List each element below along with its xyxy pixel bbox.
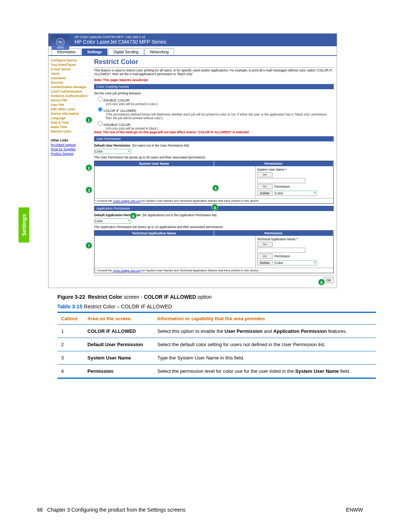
default-user-perm-hint: (for users not in the User Permission li… — [132, 144, 189, 147]
nav-restrict-color[interactable]: Restrict Color — [49, 129, 91, 134]
opt-color-if-allowed: COLOR IF ALLOWED — [104, 109, 137, 113]
radio-disable-color[interactable] — [98, 121, 103, 126]
page-description: This feature is used to restrict color p… — [94, 67, 334, 76]
app-permission-list[interactable] — [94, 236, 256, 267]
section-color-copying: Color Copying Access — [94, 84, 334, 89]
callout-2: 2 — [86, 164, 92, 171]
user-permission-list[interactable] — [94, 166, 256, 198]
screenshot-figure: hp invent HP Color LaserJet CM4730 MFP /… — [48, 33, 337, 288]
nav-other-links-header: Other Links — [49, 138, 91, 143]
opt-color-if-allowed-sub: (The permissions defined below will dete… — [106, 113, 334, 120]
nav-wake-time[interactable]: Wake Time — [49, 125, 91, 129]
nav-hp-instant-support[interactable]: hp instant support — [49, 143, 91, 147]
color-usage-log-link[interactable]: Color Usage Job Log — [113, 199, 141, 203]
side-tab-settings: Settings — [19, 207, 29, 242]
nav-autosend[interactable]: AutoSend — [49, 76, 91, 80]
callout-6: 6 — [130, 213, 137, 219]
opt-disable-color-sub: (All color jobs will be printed in black… — [106, 127, 334, 130]
th-app-name: Technical Application Name — [94, 231, 214, 236]
delete-app-button[interactable]: Delete — [257, 260, 273, 265]
js-note: Note: This page requires JavaScript — [94, 78, 334, 82]
nav-ldap-auth[interactable]: LDAP Authentication — [49, 89, 91, 94]
opt-disable-color: DISABLE COLOR — [104, 123, 131, 127]
section-user-permission: User Permission — [94, 136, 334, 141]
delete-user-button[interactable]: Delete — [257, 191, 273, 196]
nav-product-support[interactable]: Product Support — [49, 151, 91, 156]
nav-edit-other-links[interactable]: Edit Other Links — [49, 107, 91, 111]
device-address: HP Color LaserJet CM4730 MFP / 192.168.0… — [74, 35, 337, 39]
callout-8: 8 — [318, 279, 325, 285]
callout-5: 5 — [212, 185, 219, 191]
page-footer: 66 Chapter 3 Configuring the product fro… — [0, 507, 400, 513]
remove-user-button[interactable]: << — [257, 184, 273, 189]
app-list-desc: The Application Permission list stores u… — [94, 225, 334, 229]
add-app-button[interactable]: >> — [257, 242, 273, 247]
user-perm-label: Permission — [274, 185, 290, 188]
table-row: 1 COLOR IF ALLOWED Select this option to… — [57, 325, 376, 338]
th-callout: Callout — [57, 312, 84, 325]
nav-device-info[interactable]: Device Information — [49, 111, 91, 116]
nav-auth-manager[interactable]: Authentication Manager — [49, 85, 91, 89]
radio-enable-color[interactable] — [98, 97, 103, 101]
nav-alerts[interactable]: Alerts — [49, 71, 91, 76]
callout-3: 3 — [86, 187, 92, 193]
nav-device-pin[interactable]: Device PIN — [49, 98, 91, 103]
tab-networking[interactable]: Networking — [144, 48, 174, 55]
opt-enable-color: ENABLE COLOR — [104, 98, 130, 102]
table-row: 2 Default User Permission Select the def… — [57, 338, 376, 351]
default-user-perm-label: Default User Permission — [94, 144, 130, 147]
add-user-button[interactable]: >> — [257, 172, 273, 177]
app-perm-select[interactable]: Color — [274, 260, 317, 265]
nav-configure-device[interactable]: Configure Device — [49, 58, 91, 63]
nav-shop-supplies[interactable]: Shop for Supplies — [49, 147, 91, 151]
user-perm-select[interactable]: Color — [274, 191, 317, 196]
settings-note: Note: The rest of the settings on this p… — [94, 130, 334, 134]
nav-email-server[interactable]: E-mail Server — [49, 67, 91, 71]
app-perm-label: Permission — [274, 254, 290, 258]
system-user-name-label: System User Name *: — [257, 168, 332, 171]
tab-digital-sending[interactable]: Digital Sending — [108, 48, 144, 55]
nav-language[interactable]: Language — [49, 116, 91, 120]
th-area: Area on the screen — [84, 312, 154, 325]
user-list-desc: The User Permission list stores up to 50… — [94, 155, 334, 159]
ok-button[interactable]: OK — [324, 277, 334, 283]
remove-app-button[interactable]: << — [257, 254, 273, 259]
system-user-name-input[interactable] — [257, 178, 305, 183]
nav-security[interactable]: Security — [49, 80, 91, 85]
callout-table: Callout Area on the screen Information o… — [57, 312, 376, 379]
th-system-user-name: System User Name — [94, 161, 214, 166]
callout-4: 4 — [211, 204, 218, 211]
app-name-label: Technical Application Name *: — [257, 237, 332, 241]
page-title: Restrict Color — [94, 58, 334, 66]
behavior-label: Set the color job printing behavior. — [94, 91, 334, 95]
default-app-perm-hint: (for applications not in the Application… — [142, 213, 217, 217]
default-app-perm-select[interactable]: Color — [94, 218, 131, 224]
callout-7: 7 — [86, 242, 92, 249]
table-row: 4 Permission Select the permission level… — [57, 365, 376, 378]
nav-date-time[interactable]: Date & Time — [49, 120, 91, 125]
tab-settings[interactable]: Settings — [82, 48, 107, 55]
device-series: HP Color LaserJet CM4730 MFP Series — [74, 39, 337, 45]
th-permission: Permission — [214, 161, 334, 166]
hp-logo: hp invent — [51, 35, 69, 50]
th-app-permission: Permission — [214, 231, 334, 236]
callout-1: 1 — [86, 117, 92, 123]
table-row: 3 System User Name Type the System User … — [57, 351, 376, 365]
app-name-input[interactable] — [257, 248, 305, 253]
table-caption: Table 3-15 Restrict Color – COLOR IF ALL… — [57, 304, 363, 310]
nav-kerberos-auth[interactable]: Kerberos Authentication — [49, 94, 91, 98]
nav-user-pin[interactable]: User PIN — [49, 103, 91, 107]
opt-enable-color-sub: (All color jobs will be printed in color… — [106, 102, 334, 106]
figure-caption: Figure 3-22 Restrict Color screen - COLO… — [57, 294, 363, 300]
radio-color-if-allowed[interactable] — [98, 107, 103, 112]
nav-tray-sizes[interactable]: Tray Sizes/Types — [49, 63, 91, 67]
default-user-perm-select[interactable]: Color — [94, 149, 131, 154]
th-info: Information or capability that the area … — [154, 312, 376, 325]
color-usage-log-link-2[interactable]: Color Usage Job Log — [113, 269, 141, 272]
